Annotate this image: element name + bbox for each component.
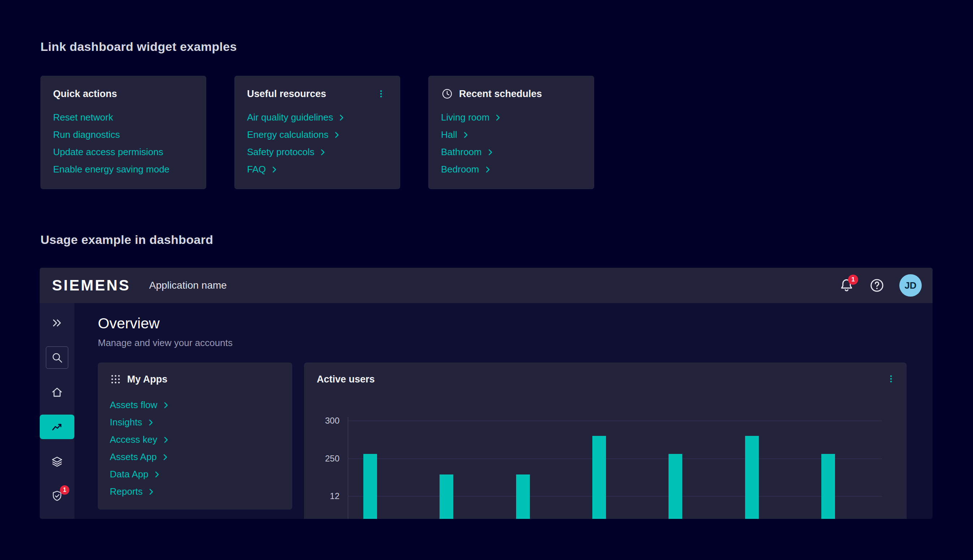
quick-actions-links: Reset network Run diagnostics Update acc…	[53, 108, 194, 178]
link-enable-energy-saving[interactable]: Enable energy saving mode	[53, 160, 169, 178]
link-label: Energy calculations	[247, 129, 328, 140]
user-avatar[interactable]: JD	[899, 274, 922, 297]
chevron-right-icon	[147, 488, 155, 496]
chart-bar	[440, 475, 453, 519]
chevron-right-icon	[153, 470, 161, 478]
link-run-diagnostics[interactable]: Run diagnostics	[53, 126, 120, 143]
link-label: Assets App	[110, 452, 157, 463]
card-title-row: Quick actions	[53, 87, 194, 101]
siemens-logo: SIEMENS	[52, 277, 130, 294]
card-title-row: My Apps	[110, 372, 280, 386]
link-bathroom[interactable]: Bathroom	[441, 143, 494, 160]
link-label: Reports	[110, 486, 143, 497]
card-title-row: Useful resources	[247, 87, 388, 101]
chevron-right-icon	[319, 148, 326, 156]
quick-actions-title: Quick actions	[53, 88, 117, 100]
chevrons-right-icon	[50, 317, 64, 330]
kebab-icon	[376, 89, 386, 98]
chevron-right-icon	[147, 418, 155, 427]
security-badge: 1	[60, 485, 69, 495]
page-subtitle: Manage and view your accounts	[98, 337, 232, 348]
usage-section-heading: Usage example in dashboard	[40, 233, 213, 247]
y-tick: 300	[304, 416, 339, 426]
notification-badge: 1	[848, 275, 858, 285]
sidebar-item-search[interactable]	[40, 340, 74, 375]
sidebar-item-home[interactable]	[40, 375, 74, 410]
chevron-right-icon	[461, 131, 470, 139]
chevron-right-icon	[494, 114, 502, 122]
kebab-menu-button[interactable]	[374, 87, 388, 100]
useful-resources-card: Useful resources Air quality guidelines …	[234, 76, 400, 189]
quick-actions-card: Quick actions Reset network Run diagnost…	[40, 76, 206, 189]
link-hall[interactable]: Hall	[441, 126, 470, 143]
link-air-quality-guidelines[interactable]: Air quality guidelines	[247, 108, 345, 126]
clock-icon	[441, 88, 453, 100]
link-label: Data App	[110, 469, 149, 480]
sidebar-item-security[interactable]: 1	[40, 479, 74, 513]
link-faq[interactable]: FAQ	[247, 160, 278, 178]
link-reports[interactable]: Reports	[110, 483, 155, 500]
gridline-300	[348, 421, 882, 421]
sidebar-expand-button[interactable]	[40, 306, 74, 340]
widget-cards-row: Quick actions Reset network Run diagnost…	[40, 76, 594, 189]
useful-resources-links: Air quality guidelines Energy calculatio…	[247, 108, 388, 178]
link-insights[interactable]: Insights	[110, 413, 155, 431]
chevron-right-icon	[270, 166, 278, 173]
chart-bar	[669, 454, 682, 519]
header-actions: 1 JD	[839, 274, 922, 297]
link-label: Insights	[110, 417, 142, 428]
dashboard-frame: SIEMENS Application name 1 JD	[40, 268, 933, 519]
y-tick: 250	[304, 453, 339, 464]
trend-chart-icon	[50, 420, 64, 433]
page-title: Overview	[98, 315, 160, 332]
my-apps-title: My Apps	[127, 374, 167, 385]
app-header: SIEMENS Application name 1 JD	[40, 268, 933, 303]
link-label: FAQ	[247, 164, 266, 175]
useful-resources-title: Useful resources	[247, 88, 326, 100]
link-energy-calculations[interactable]: Energy calculations	[247, 126, 341, 143]
link-safety-protocols[interactable]: Safety protocols	[247, 143, 326, 160]
link-reset-network[interactable]: Reset network	[53, 108, 113, 126]
chevron-right-icon	[333, 131, 341, 139]
link-access-key[interactable]: Access key	[110, 431, 170, 448]
link-bedroom[interactable]: Bedroom	[441, 160, 492, 178]
link-assets-flow[interactable]: Assets flow	[110, 396, 170, 413]
sidebar-item-layers[interactable]	[40, 444, 74, 479]
application-name: Application name	[149, 280, 227, 291]
my-apps-card: My Apps Assets flow Insights Access key	[98, 363, 292, 510]
link-assets-app[interactable]: Assets App	[110, 448, 169, 465]
link-label: Hall	[441, 129, 457, 140]
help-button[interactable]	[869, 277, 885, 293]
link-label: Safety protocols	[247, 147, 314, 158]
chart-y-axis	[348, 417, 348, 519]
apps-grid-icon	[110, 373, 121, 385]
home-icon	[50, 386, 64, 399]
widgets-section-heading: Link dashboard widget examples	[40, 40, 237, 54]
sidebar-item-analytics-active[interactable]	[40, 410, 74, 444]
chevron-right-icon	[162, 401, 170, 409]
chevron-right-icon	[161, 453, 169, 461]
sidebar: 1	[40, 303, 74, 519]
chevron-right-icon	[486, 148, 494, 156]
search-box	[46, 347, 68, 369]
chevron-right-icon	[337, 114, 345, 122]
link-update-access-permissions[interactable]: Update access permisions	[53, 143, 163, 160]
y-tick: 12	[304, 491, 339, 501]
link-label: Bedroom	[441, 164, 479, 175]
my-apps-links: Assets flow Insights Access key Assets A…	[110, 396, 280, 500]
active-users-chart: 300 250 12	[304, 363, 906, 519]
recent-schedules-card: Recent schedules Living room Hall Bathro…	[428, 76, 594, 189]
link-living-room[interactable]: Living room	[441, 108, 502, 126]
link-label: Assets flow	[110, 400, 157, 411]
chart-bar	[363, 454, 377, 519]
link-data-app[interactable]: Data App	[110, 465, 161, 483]
chart-bar	[821, 454, 835, 519]
layers-icon	[50, 455, 64, 468]
gridline-250	[348, 458, 882, 459]
link-label: Enable energy saving mode	[53, 164, 169, 175]
link-label: Reset network	[53, 112, 113, 123]
chevron-right-icon	[483, 166, 492, 173]
notifications-button[interactable]: 1	[839, 277, 854, 293]
link-label: Run diagnostics	[53, 129, 120, 140]
chart-bar	[516, 475, 530, 519]
